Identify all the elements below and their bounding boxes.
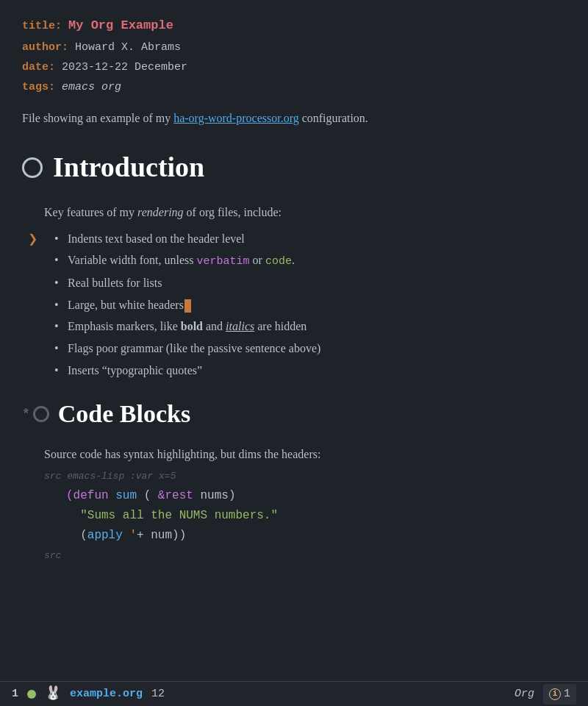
title-key: title:: [22, 20, 62, 32]
section1-title: Introduction: [53, 145, 204, 190]
list-item-text-after: .: [292, 254, 295, 266]
description-before: File showing an example of my: [22, 112, 173, 124]
code-desc: Source code has syntax highlighting, but…: [44, 445, 566, 464]
author-key: author:: [22, 41, 68, 54]
list-item-text-before: Variable width font, unless: [68, 254, 197, 266]
list-item-text: Large, but white headers: [68, 299, 184, 311]
code-inline-text: code: [265, 255, 292, 268]
arrow-indicator: ❯: [28, 229, 37, 249]
code-line-1: (defun sum ( &rest nums): [66, 486, 566, 506]
intro-before: Key features of my: [44, 206, 137, 218]
meta-tags-row: tags: emacs org: [22, 77, 566, 97]
src-end-label: src: [44, 549, 566, 564]
code-space3: [123, 529, 130, 542]
var-nums: nums): [200, 489, 235, 502]
section1-heading: Introduction: [22, 145, 566, 190]
star-text: *: [22, 404, 30, 425]
heading2-star-circle: *: [22, 404, 49, 425]
ha-org-link[interactable]: ha-org-word-processor.org: [173, 112, 298, 124]
info-icon: i: [549, 688, 561, 700]
status-info-badge: i 1: [543, 684, 576, 705]
tags-value: emacs org: [62, 81, 121, 93]
metadata-block: title: My Org Example author: Howard X. …: [22, 15, 566, 97]
list-item-text-mid: and: [203, 320, 226, 332]
list-item-text: Indents text based on the header level: [68, 232, 245, 245]
list-item-text: Real bullets for lists: [68, 277, 162, 289]
list-item-text-after: are hidden: [254, 320, 306, 332]
date-key: date:: [22, 61, 55, 74]
intro-after: of org files, include:: [184, 206, 282, 218]
list-item: Indents text based on the header level: [54, 229, 566, 249]
src-label: src emacs-lisp :var x=5: [44, 469, 566, 485]
author-value: Howard X. Abrams: [75, 41, 181, 54]
src-keyword: src emacs-lisp :var x=5: [44, 471, 176, 482]
code-line-3: (apply '+ num)): [66, 526, 566, 546]
section2-title: Code Blocks: [58, 394, 190, 434]
kw-defun: (defun: [66, 489, 109, 502]
list-item: Flags poor grammar (like the passive sen…: [54, 339, 566, 358]
list-item: Inserts “typographic quotes”: [54, 361, 566, 380]
list-item: Large, but white headers: [54, 296, 566, 315]
status-filename[interactable]: example.org: [70, 685, 143, 703]
code-line-2: "Sums all the NUMS numbers.": [66, 506, 566, 526]
feature-list: Indents text based on the header level V…: [54, 229, 566, 380]
fn-sum: sum: [115, 489, 137, 502]
code-section: Source code has syntax highlighting, but…: [44, 445, 566, 565]
status-mode: Org: [514, 685, 534, 703]
list-item-text-mid: or: [250, 254, 265, 266]
heading1-circle-icon: [22, 157, 43, 178]
list-item: Emphasis markers, like bold and italics …: [54, 317, 566, 336]
code-space2: (: [144, 489, 151, 502]
code-rest: + num)): [137, 529, 186, 542]
status-right-section: Org i 1: [514, 684, 576, 705]
list-item: Variable width font, unless verbatim or …: [54, 251, 566, 271]
date-value: 2023-12-22 December: [62, 61, 187, 74]
status-dot-icon: [27, 690, 36, 699]
kw-rest: &rest: [158, 489, 193, 502]
title-value: My Org Example: [68, 18, 173, 32]
intro-em: rendering: [137, 206, 184, 218]
tags-key: tags:: [22, 81, 55, 93]
quote-symbol: ': [129, 529, 137, 542]
verbatim-text: verbatim: [197, 255, 250, 268]
description-paragraph: File showing an example of my ha-org-wor…: [22, 109, 566, 128]
code-paren: (: [66, 529, 87, 542]
bold-text: bold: [181, 320, 203, 332]
list-item-text: Inserts “typographic quotes”: [68, 364, 202, 377]
italic-text: italics: [226, 320, 254, 332]
fn-apply: apply: [87, 529, 123, 542]
info-count: 1: [564, 685, 570, 703]
description-after: configuration.: [299, 112, 368, 124]
list-item-text-before: Emphasis markers, like: [68, 320, 181, 332]
list-item: Real bullets for lists: [54, 274, 566, 293]
list-item-text: Flags poor grammar (like the passive sen…: [68, 342, 320, 354]
feature-list-wrapper: ❯ Indents text based on the header level…: [22, 229, 566, 380]
meta-date-row: date: 2023-12-22 December: [22, 57, 566, 77]
emacs-icon: 🐰: [45, 683, 61, 705]
cursor: [184, 299, 191, 313]
meta-title-row: title: My Org Example: [22, 15, 566, 38]
code-block: (defun sum ( &rest nums) "Sums all the N…: [44, 486, 566, 546]
status-line-number: 1: [12, 685, 18, 703]
section1-intro: Key features of my rendering of org file…: [44, 203, 566, 222]
meta-author-row: author: Howard X. Abrams: [22, 38, 566, 57]
string-val: "Sums all the NUMS numbers.": [66, 509, 278, 522]
heading2-circle-icon: [33, 406, 49, 422]
section2-heading: * Code Blocks: [22, 394, 566, 434]
status-bar: 1 🐰 example.org 12 Org i 1: [0, 681, 588, 706]
status-column: 12: [151, 685, 165, 703]
